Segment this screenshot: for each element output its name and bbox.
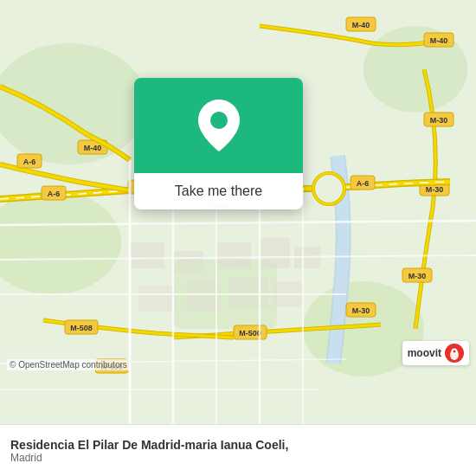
svg-text:M-30: M-30 <box>426 185 444 194</box>
location-title: Residencia El Pilar De Madrid-maria Ianu… <box>10 438 466 452</box>
svg-text:M-30: M-30 <box>430 116 448 125</box>
popup-card: Take me there <box>134 78 303 209</box>
moovit-label: moovit <box>408 347 441 359</box>
bottom-bar: Residencia El Pilar De Madrid-maria Ianu… <box>0 424 476 476</box>
svg-text:M-30: M-30 <box>352 306 370 315</box>
svg-text:M-500: M-500 <box>239 329 261 338</box>
osm-credit: © OpenStreetMap contributors <box>7 359 130 370</box>
popup-tail <box>210 208 228 209</box>
svg-text:M-30: M-30 <box>408 272 427 280</box>
svg-rect-7 <box>173 251 203 273</box>
svg-text:M-40: M-40 <box>352 21 370 29</box>
popup-body: Take me there <box>134 173 303 209</box>
location-subtitle: Madrid <box>10 452 466 464</box>
svg-text:M-508: M-508 <box>70 324 93 332</box>
location-pin-icon <box>198 100 240 151</box>
popup-header <box>134 78 303 173</box>
take-me-there-label[interactable]: Take me there <box>175 183 262 198</box>
svg-point-52 <box>453 351 456 353</box>
svg-rect-8 <box>216 242 251 268</box>
map-container: M-40 M-40 M-30 M-30 M-30 A-6 A-6 A-6 A-6 <box>0 0 476 424</box>
svg-text:M-40: M-40 <box>84 144 102 152</box>
svg-text:A-6: A-6 <box>23 158 36 166</box>
svg-rect-11 <box>138 286 177 312</box>
moovit-logo: moovit <box>402 341 469 365</box>
svg-text:M-40: M-40 <box>430 36 448 45</box>
svg-text:A-6: A-6 <box>48 190 61 198</box>
svg-rect-13 <box>229 277 268 307</box>
svg-rect-6 <box>130 242 164 268</box>
svg-rect-9 <box>260 238 290 268</box>
svg-text:A-6: A-6 <box>357 179 370 188</box>
svg-point-48 <box>210 112 228 129</box>
moovit-icon <box>445 344 464 363</box>
